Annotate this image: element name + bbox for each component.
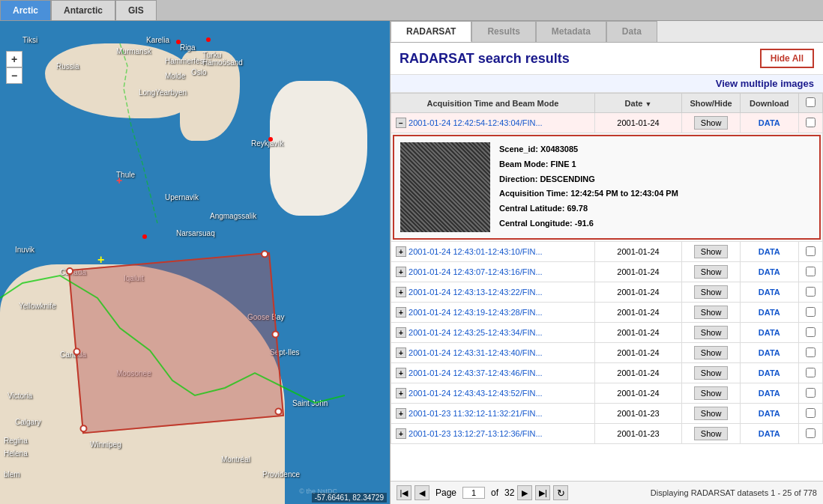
checkbox-8[interactable]: [806, 408, 816, 418]
row-3-acq-link[interactable]: 2001-01-24 12:43:19-12:43:28/FIN...: [409, 308, 543, 317]
data-link-8[interactable]: DATA: [759, 409, 780, 418]
map-panel[interactable]: Russia Murmansk Karelia Riga Turku Hamme…: [0, 21, 390, 504]
map-handle-tr[interactable]: [261, 250, 269, 258]
select-all-checkbox[interactable]: [806, 97, 816, 107]
table-row: + 2001-01-24 12:43:01-12:43:10/FIN... 20…: [391, 242, 823, 262]
nav-tab-gis[interactable]: GIS: [115, 0, 157, 20]
map-handle-ml[interactable]: [73, 347, 81, 356]
row-7-acq-link[interactable]: 2001-01-24 12:43:43-12:43:52/FIN...: [409, 389, 543, 398]
row-1-acq: + 2001-01-24 12:43:07-12:43:16/FIN...: [391, 262, 595, 282]
tab-radarsat[interactable]: RADARSAT: [391, 21, 471, 42]
show-btn-8[interactable]: Show: [694, 407, 729, 420]
row-2-data: DATA: [741, 282, 799, 303]
results-table: Acquisition Time and Beam Mode Date ▼ Sh…: [391, 93, 823, 444]
next-page-button[interactable]: ▶: [517, 485, 532, 500]
show-btn-1[interactable]: Show: [694, 265, 729, 279]
map-handle-mr[interactable]: [271, 330, 280, 338]
prev-page-button[interactable]: ◀: [414, 485, 429, 500]
detail-inner: Scene_id: X0483085 Beam Mode: FINE 1 Dir…: [393, 135, 821, 240]
map-handle-bl[interactable]: [79, 425, 88, 433]
row-2-acq-link[interactable]: 2001-01-24 12:43:13-12:43:22/FIN...: [409, 288, 543, 297]
zoom-in-button[interactable]: +: [6, 51, 22, 67]
checkbox-7[interactable]: [806, 388, 816, 398]
data-link-9[interactable]: DATA: [759, 429, 780, 438]
expanded-acq-link[interactable]: 2001-01-24 12:42:54-12:43:04/FIN...: [409, 118, 543, 127]
date-sort-icon: ▼: [645, 100, 651, 108]
data-link-1[interactable]: DATA: [759, 267, 780, 276]
tab-metadata[interactable]: Metadata: [536, 21, 606, 42]
data-link-7[interactable]: DATA: [759, 389, 780, 398]
tiksi-label: Tiksi: [22, 36, 37, 44]
row-8-show: Show: [682, 404, 741, 424]
nav-tab-arctic[interactable]: Arctic: [0, 0, 51, 20]
results-table-container[interactable]: Acquisition Time and Beam Mode Date ▼ Sh…: [391, 93, 823, 481]
row-8-acq-link[interactable]: 2001-01-23 11:32:12-11:32:21/FIN...: [409, 409, 543, 418]
show-btn-2[interactable]: Show: [694, 285, 729, 299]
row-4-acq: + 2001-01-24 12:43:25-12:43:34/FIN...: [391, 323, 595, 343]
expand-button-1[interactable]: +: [396, 267, 406, 277]
show-btn-4[interactable]: Show: [694, 326, 729, 339]
hide-all-button[interactable]: Hide All: [760, 49, 814, 68]
show-btn-5[interactable]: Show: [694, 346, 729, 359]
first-page-button[interactable]: |◀: [397, 485, 412, 500]
tab-data[interactable]: Data: [606, 21, 657, 42]
tab-results[interactable]: Results: [471, 21, 535, 42]
checkbox-3[interactable]: [806, 307, 816, 317]
collapse-button[interactable]: −: [396, 118, 406, 128]
expand-button-7[interactable]: +: [396, 388, 406, 398]
show-btn-9[interactable]: Show: [694, 427, 729, 440]
row-9-acq-link[interactable]: 2001-01-23 13:12:27-13:12:36/FIN...: [409, 429, 543, 438]
data-link-2[interactable]: DATA: [759, 288, 780, 297]
checkbox-1[interactable]: [806, 267, 816, 276]
checkbox-4[interactable]: [806, 327, 816, 337]
expand-button-9[interactable]: +: [396, 428, 406, 439]
checkbox-2[interactable]: [806, 287, 816, 297]
expand-button-8[interactable]: +: [396, 408, 406, 419]
data-link-3[interactable]: DATA: [759, 308, 780, 317]
show-btn-6[interactable]: Show: [694, 366, 729, 380]
map-handle-br[interactable]: [274, 407, 283, 416]
beam-mode-label: Beam Mode:: [499, 160, 548, 168]
checkbox-6[interactable]: [806, 368, 816, 377]
row-5-acq-link[interactable]: 2001-01-24 12:43:31-12:43:40/FIN...: [409, 348, 543, 357]
data-link-4[interactable]: DATA: [759, 328, 780, 337]
page-status: Displaying RADARSAT datasets 1 - 25 of 7…: [651, 488, 817, 497]
row-0-acq-link[interactable]: 2001-01-24 12:43:01-12:43:10/FIN...: [409, 247, 543, 256]
row-5-date: 2001-01-24: [594, 343, 681, 363]
expand-button-3[interactable]: +: [396, 307, 406, 318]
expand-button-6[interactable]: +: [396, 368, 406, 378]
last-page-button[interactable]: ▶|: [535, 485, 550, 500]
show-btn-3[interactable]: Show: [694, 306, 729, 319]
map-selection-area[interactable]: [68, 252, 284, 434]
show-btn-0[interactable]: Show: [694, 245, 729, 258]
refresh-button[interactable]: ↻: [553, 485, 568, 500]
data-link-6[interactable]: DATA: [759, 368, 780, 377]
row-4-acq-link[interactable]: 2001-01-24 12:43:25-12:43:34/FIN...: [409, 328, 543, 337]
expanded-show-button[interactable]: Show: [694, 116, 729, 130]
view-multiple-button[interactable]: View multiple images: [716, 78, 814, 89]
row-6-acq-link[interactable]: 2001-01-24 12:43:37-12:43:46/FIN...: [409, 368, 543, 377]
page-number-input[interactable]: [462, 487, 485, 499]
expanded-data-link[interactable]: DATA: [759, 118, 780, 127]
header-checkbox[interactable]: [798, 94, 822, 113]
regina-label: Regina: [4, 437, 28, 445]
nav-tab-antarctic[interactable]: Antarctic: [51, 0, 115, 20]
expand-button-2[interactable]: +: [396, 287, 406, 297]
zoom-out-button[interactable]: −: [6, 67, 22, 84]
expanded-row-checkbox[interactable]: [806, 118, 816, 127]
checkbox-9[interactable]: [806, 428, 816, 438]
checkbox-0[interactable]: [806, 246, 816, 256]
expand-button-5[interactable]: +: [396, 347, 406, 358]
map-handle-tl[interactable]: [66, 267, 74, 276]
expand-button-0[interactable]: +: [396, 246, 406, 257]
scene-id-label: Scene_id:: [499, 145, 538, 154]
checkbox-5[interactable]: [806, 347, 816, 357]
row-3-data: DATA: [741, 303, 799, 323]
show-btn-7[interactable]: Show: [694, 386, 729, 400]
header-date[interactable]: Date ▼: [594, 94, 681, 113]
inuvik-label: Inuvik: [15, 246, 34, 254]
data-link-0[interactable]: DATA: [759, 247, 780, 256]
expand-button-4[interactable]: +: [396, 327, 406, 338]
data-link-5[interactable]: DATA: [759, 348, 780, 357]
row-1-acq-link[interactable]: 2001-01-24 12:43:07-12:43:16/FIN...: [409, 267, 543, 276]
